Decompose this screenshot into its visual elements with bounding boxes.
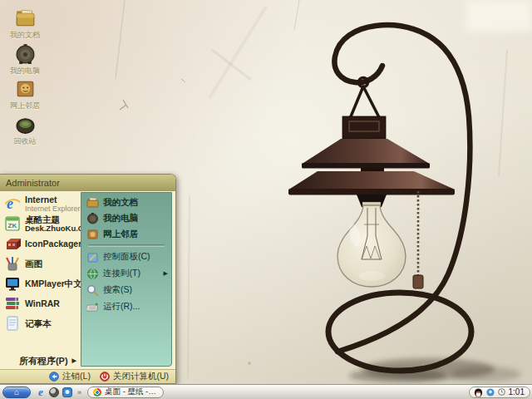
shut-down-button[interactable]: 关闭计算机(U) [100, 371, 169, 382]
log-off-icon [49, 372, 59, 382]
user-name: Administrator [6, 178, 60, 188]
network-places-icon [14, 77, 37, 100]
menu-item-connect-to[interactable]: 连接到(T) ▶ [83, 265, 170, 282]
menu-item-winrar[interactable]: WinRAR [0, 293, 81, 313]
quick-launch-expand-chevron[interactable]: » [77, 388, 81, 397]
messenger-icon[interactable] [62, 387, 72, 397]
start-menu-right-panel: 我的文档 我的电脑 网上邻居 [81, 192, 172, 367]
menu-item-network-places[interactable]: 网上邻居 [83, 226, 170, 242]
menu-item-notepad[interactable]: 记事本 [0, 313, 81, 333]
my-computer-icon [86, 212, 99, 224]
menu-item-my-computer[interactable]: 我的电脑 [83, 210, 170, 226]
messenger-icon[interactable] [486, 388, 495, 397]
submenu-arrow-icon: ▶ [72, 357, 76, 364]
connect-to-icon [86, 268, 99, 280]
run-icon [86, 301, 99, 313]
menu-item-paint[interactable]: 画图 [0, 254, 81, 273]
desktop-icon-my-computer[interactable]: 我的电脑 [4, 42, 46, 75]
clock-icon[interactable] [498, 388, 505, 396]
media-disc-icon[interactable] [49, 387, 59, 397]
svg-text:ZK: ZK [8, 222, 17, 229]
all-programs-button[interactable]: 所有程序(P) ▶ [0, 354, 81, 367]
menu-item-iconpackager[interactable]: IconPackager [0, 234, 81, 254]
desktop-icon-label: 回收站 [4, 137, 46, 145]
my-documents-icon [86, 196, 99, 209]
search-icon [86, 284, 99, 297]
internet-explorer-icon[interactable]: e [36, 387, 46, 397]
start-menu: Administrator e Internet Internet Explor… [0, 174, 176, 384]
menu-item-zhuoku-theme[interactable]: ZK 桌酷主题 Desk.ZhuoKu.Com [0, 214, 81, 234]
menu-item-control-panel[interactable]: 控制面板(C) [83, 249, 170, 265]
menu-item-my-documents[interactable]: 我的文档 [83, 195, 170, 210]
svg-text:e: e [7, 195, 13, 212]
kmplayer-icon [4, 275, 21, 292]
taskbar-task-button[interactable]: 桌面 - 壁纸 - 桌酷壁... [87, 387, 164, 398]
taskbar-clock[interactable]: 1:01 [509, 387, 525, 398]
shut-down-icon [100, 372, 110, 382]
desktop-icon-label: 我的电脑 [4, 66, 46, 75]
task-button-label: 桌面 - 壁纸 - 桌酷壁... [105, 387, 158, 397]
menu-item-kmplayer[interactable]: KMPlayer中文版 [0, 273, 81, 293]
desktop-icon-label: 网上邻居 [4, 101, 46, 110]
iconpackager-icon [4, 235, 21, 252]
my-documents-icon [14, 7, 37, 29]
network-places-icon [86, 228, 99, 240]
menu-separator [88, 244, 165, 247]
winrar-icon [4, 295, 21, 312]
zhuoku-theme-icon: ZK [4, 215, 21, 232]
home-icon: ⌂ [14, 388, 19, 397]
my-computer-icon [14, 42, 37, 65]
log-off-button[interactable]: 注销(L) [49, 371, 91, 382]
menu-item-search[interactable]: 搜索(S) [83, 282, 170, 298]
quick-launch-bar: e » [36, 387, 81, 397]
desktop-icon-recycle-bin[interactable]: 回收站 [4, 113, 46, 145]
chrome-icon [93, 388, 101, 397]
start-button[interactable]: ⌂ [2, 387, 31, 398]
start-menu-user-banner: Administrator [0, 175, 175, 191]
menu-item-run[interactable]: 运行(R)... [83, 298, 170, 315]
notepad-icon [4, 315, 21, 332]
recycle-bin-icon [14, 113, 37, 135]
desktop: 我的文档 我的电脑 网上邻居 回收站 Administrator [0, 0, 532, 399]
start-menu-footer: 注销(L) 关闭计算机(U) [0, 369, 175, 383]
paint-icon [4, 255, 21, 272]
desktop-icon-label: 我的文档 [4, 31, 46, 39]
menu-item-internet[interactable]: e Internet Internet Explorer [0, 194, 81, 214]
desktop-icon-my-documents[interactable]: 我的文档 [4, 7, 46, 39]
internet-explorer-icon: e [4, 195, 21, 212]
desktop-icon-network-places[interactable]: 网上邻居 [4, 77, 46, 110]
submenu-arrow-icon: ▶ [164, 270, 168, 277]
taskbar: ⌂ e » 桌面 - 壁纸 - 桌酷壁... [0, 384, 532, 399]
system-tray: 1:01 [469, 387, 530, 398]
control-panel-icon [86, 251, 99, 264]
qq-icon[interactable] [474, 387, 483, 397]
start-menu-left-panel: e Internet Internet Explorer ZK 桌酷主题 Des… [0, 191, 81, 369]
